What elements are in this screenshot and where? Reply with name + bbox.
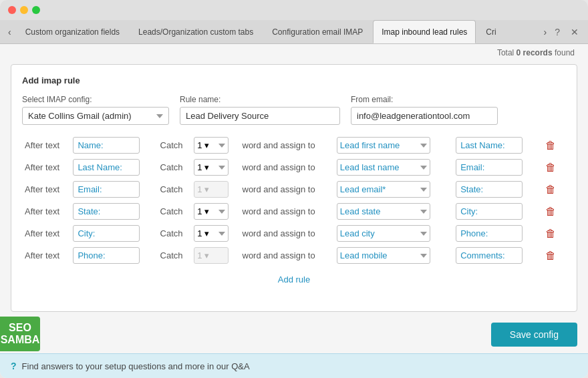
rule-dest-cell	[453, 178, 540, 200]
imap-config-group: Select IMAP config: Kate Collins Gmail (…	[22, 95, 169, 125]
rule-assign-select[interactable]: Lead first nameLead last nameLead email*…	[337, 159, 430, 176]
maximize-traffic-light[interactable]	[32, 6, 40, 14]
word-assign-label: word and assign to	[240, 222, 334, 244]
catch-label: Catch	[158, 222, 192, 244]
tab-bar: ‹ Custom organization fields Leads/Organ…	[0, 20, 588, 44]
rule-text-input[interactable]	[73, 181, 140, 198]
rule-assign-cell: Lead first nameLead last nameLead email*…	[334, 178, 453, 200]
rule-dest-input[interactable]	[456, 137, 523, 154]
rule-delete-cell: 🗑	[540, 178, 566, 200]
rule-text-cell	[70, 244, 157, 266]
rule-dest-input[interactable]	[456, 203, 523, 220]
rule-text-input[interactable]	[73, 203, 140, 220]
minimize-traffic-light[interactable]	[20, 6, 28, 14]
rule-dest-cell	[453, 244, 540, 266]
delete-rule-button[interactable]: 🗑	[543, 138, 559, 153]
rule-assign-cell: Lead first nameLead last nameLead email*…	[334, 200, 453, 222]
config-row: Select IMAP config: Kate Collins Gmail (…	[22, 95, 566, 125]
rule-delete-cell: 🗑	[540, 200, 566, 222]
rule-name-input[interactable]	[180, 107, 340, 125]
rule-assign-cell: Lead first nameLead last nameLead email*…	[334, 244, 453, 266]
after-text-label: After text	[22, 178, 70, 200]
rule-num-select[interactable]: 1 ▾ 2 3	[194, 137, 229, 154]
delete-rule-button[interactable]: 🗑	[543, 204, 559, 219]
rule-num-select[interactable]: 1 ▾ 2 3	[194, 159, 229, 176]
tab-cri[interactable]: Cri	[477, 20, 504, 43]
rule-dest-cell	[453, 200, 540, 222]
delete-rule-button[interactable]: 🗑	[543, 226, 559, 241]
word-assign-label: word and assign to	[240, 134, 334, 156]
imap-config-select[interactable]: Kate Collins Gmail (admin)	[22, 107, 169, 125]
tab-imap-inbound[interactable]: Imap inbound lead rules	[373, 20, 476, 43]
add-rule-button[interactable]: Add rule	[278, 274, 310, 285]
help-button[interactable]: ?	[552, 25, 563, 39]
tab-actions: ? ✕	[552, 20, 584, 43]
records-info: Total 0 records found	[0, 44, 588, 59]
save-row: Save config	[0, 317, 588, 353]
help-icon: ?	[11, 361, 17, 371]
imap-config-label: Select IMAP config:	[22, 95, 169, 104]
rule-name-group: Rule name:	[180, 95, 340, 125]
word-assign-label: word and assign to	[240, 178, 334, 200]
rule-assign-select[interactable]: Lead first nameLead last nameLead email*…	[337, 137, 430, 154]
tab-custom-org-fields[interactable]: Custom organization fields	[17, 20, 128, 43]
from-email-label: From email:	[351, 95, 498, 104]
rules-table: After text Catch 1 ▾ 2 3 word and assign…	[22, 134, 566, 266]
delete-rule-button[interactable]: 🗑	[543, 248, 559, 263]
rule-text-input[interactable]	[73, 225, 140, 242]
rule-num-cell: 1 ▾ 2 3	[191, 200, 239, 222]
rule-dest-input[interactable]	[456, 181, 523, 198]
table-row: After text Catch 1 ▾ 2 3 word and assign…	[22, 222, 566, 244]
save-config-button[interactable]: Save config	[491, 323, 577, 347]
rule-assign-select[interactable]: Lead first nameLead last nameLead email*…	[337, 203, 430, 220]
delete-rule-button[interactable]: 🗑	[543, 160, 559, 175]
tab-prev-button[interactable]: ‹	[4, 20, 15, 43]
rule-num-select: 1 ▾ 2 3	[194, 247, 229, 264]
rule-assign-cell: Lead first nameLead last nameLead email*…	[334, 156, 453, 178]
word-assign-label: word and assign to	[240, 244, 334, 266]
rule-num-cell: 1 ▾ 2 3	[191, 222, 239, 244]
close-traffic-light[interactable]	[8, 6, 16, 14]
rule-delete-cell: 🗑	[540, 156, 566, 178]
table-row: After text Catch 1 ▾ 2 3 word and assign…	[22, 178, 566, 200]
rule-dest-cell	[453, 134, 540, 156]
rule-dest-cell	[453, 156, 540, 178]
rule-delete-cell: 🗑	[540, 222, 566, 244]
rule-assign-select[interactable]: Lead first nameLead last nameLead email*…	[337, 181, 430, 198]
bottom-bar: ? Find answers to your setup questions a…	[0, 353, 588, 378]
rule-num-select[interactable]: 1 ▾ 2 3	[194, 225, 229, 242]
close-window-button[interactable]: ✕	[568, 25, 581, 39]
rule-dest-input[interactable]	[456, 159, 523, 176]
rule-dest-input[interactable]	[456, 247, 523, 264]
delete-rule-button[interactable]: 🗑	[543, 182, 559, 197]
catch-label: Catch	[158, 244, 192, 266]
tab-leads-org-tabs[interactable]: Leads/Organization custom tabs	[130, 20, 262, 43]
table-row: After text Catch 1 ▾ 2 3 word and assign…	[22, 156, 566, 178]
rule-num-cell: 1 ▾ 2 3	[191, 244, 239, 266]
table-row: After text Catch 1 ▾ 2 3 word and assign…	[22, 244, 566, 266]
rule-num-select[interactable]: 1 ▾ 2 3	[194, 203, 229, 220]
rule-name-label: Rule name:	[180, 95, 340, 104]
traffic-lights	[8, 6, 40, 14]
rule-text-cell	[70, 178, 157, 200]
rule-text-input[interactable]	[73, 159, 140, 176]
after-text-label: After text	[22, 156, 70, 178]
from-email-input[interactable]	[351, 107, 498, 125]
rule-text-cell	[70, 222, 157, 244]
after-text-label: After text	[22, 200, 70, 222]
rule-text-input[interactable]	[73, 247, 140, 264]
rule-assign-cell: Lead first nameLead last nameLead email*…	[334, 222, 453, 244]
table-row: After text Catch 1 ▾ 2 3 word and assign…	[22, 134, 566, 156]
tab-config-email-imap[interactable]: Configuration email IMAP	[263, 20, 372, 43]
catch-label: Catch	[158, 156, 192, 178]
rule-text-input[interactable]	[73, 137, 140, 154]
rule-assign-select[interactable]: Lead first nameLead last nameLead email*…	[337, 225, 430, 242]
main-panel: Add imap rule Select IMAP config: Kate C…	[11, 64, 577, 312]
tab-next-button[interactable]: ›	[540, 20, 551, 43]
rule-num-cell: 1 ▾ 2 3	[191, 178, 239, 200]
add-rule-row: Add rule	[22, 266, 566, 290]
rule-dest-input[interactable]	[456, 225, 523, 242]
after-text-label: After text	[22, 134, 70, 156]
table-row: After text Catch 1 ▾ 2 3 word and assign…	[22, 200, 566, 222]
rule-assign-select[interactable]: Lead first nameLead last nameLead email*…	[337, 247, 430, 264]
